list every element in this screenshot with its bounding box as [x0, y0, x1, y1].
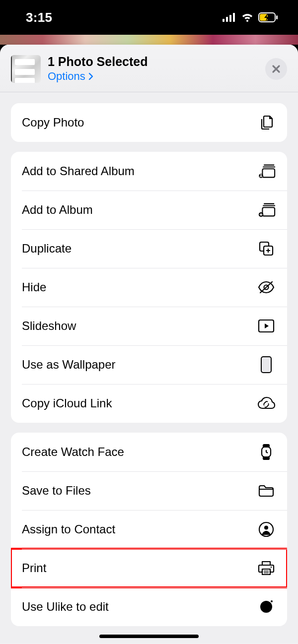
action-label: Hide — [22, 280, 46, 294]
watch-icon — [256, 444, 276, 460]
action-slideshow[interactable]: Slideshow — [11, 307, 287, 345]
action-add-shared-album[interactable]: Add to Shared Album — [11, 152, 287, 191]
svg-point-38 — [260, 601, 272, 613]
options-button[interactable]: Options — [48, 70, 93, 83]
photo-thumbnail[interactable] — [11, 55, 41, 83]
share-sheet: 1 Photo Selected Options Copy Photo — [0, 45, 298, 644]
cloud-link-icon — [256, 396, 276, 410]
svg-rect-6 — [276, 15, 278, 19]
action-label: Slideshow — [22, 319, 76, 333]
sheet-title: 1 Photo Selected — [48, 55, 265, 69]
close-icon — [272, 64, 281, 73]
add-album-icon — [256, 201, 276, 218]
photo-peek — [0, 35, 298, 45]
action-copy-icloud-link[interactable]: Copy iCloud Link — [11, 384, 287, 423]
contact-icon — [256, 521, 276, 537]
status-icons — [223, 12, 278, 22]
svg-point-39 — [271, 600, 273, 602]
action-label: Assign to Contact — [22, 522, 115, 536]
action-group: Add to Shared Album Add to Album — [11, 152, 287, 423]
action-use-ulike[interactable]: Use Ulike to edit — [11, 587, 287, 626]
svg-rect-0 — [223, 19, 224, 22]
svg-point-4 — [246, 20, 248, 22]
folder-icon — [256, 484, 276, 498]
sheet-header: 1 Photo Selected Options — [0, 45, 298, 92]
action-assign-contact[interactable]: Assign to Contact — [11, 510, 287, 549]
svg-point-12 — [260, 174, 262, 176]
action-label: Copy iCloud Link — [22, 396, 112, 410]
home-indicator[interactable] — [99, 635, 199, 638]
dot-icon — [256, 599, 276, 615]
action-label: Add to Album — [22, 203, 93, 217]
copy-icon — [256, 114, 276, 131]
svg-rect-26 — [261, 357, 271, 373]
action-use-wallpaper[interactable]: Use as Wallpaper — [11, 345, 287, 384]
action-duplicate[interactable]: Duplicate — [11, 229, 287, 268]
action-hide[interactable]: Hide — [11, 268, 287, 307]
action-group: Copy Photo — [11, 103, 287, 142]
svg-rect-1 — [226, 17, 228, 22]
options-label: Options — [48, 70, 85, 83]
action-label: Print — [22, 561, 46, 575]
action-label: Use as Wallpaper — [22, 358, 116, 372]
action-label: Save to Files — [22, 484, 91, 498]
action-label: Use Ulike to edit — [22, 600, 109, 614]
close-button[interactable] — [265, 58, 287, 80]
shared-album-icon — [256, 163, 276, 180]
play-icon — [256, 319, 276, 333]
action-add-album[interactable]: Add to Album — [11, 191, 287, 229]
action-label: Add to Shared Album — [22, 164, 135, 178]
svg-point-32 — [264, 526, 268, 530]
actions-scroll[interactable]: Copy Photo Add to Shared Album — [0, 92, 298, 643]
action-group: Create Watch Face Save to Files — [11, 433, 287, 626]
printer-icon — [256, 560, 276, 576]
cellular-icon — [223, 13, 236, 22]
hide-icon — [256, 280, 276, 294]
action-create-watch-face[interactable]: Create Watch Face — [11, 433, 287, 471]
action-label: Duplicate — [22, 242, 72, 256]
wifi-icon — [241, 12, 254, 22]
svg-point-37 — [271, 567, 272, 568]
phone-icon — [256, 356, 276, 374]
svg-rect-34 — [262, 569, 270, 575]
action-print[interactable]: Print — [11, 549, 287, 587]
action-label: Create Watch Face — [22, 445, 124, 459]
duplicate-icon — [256, 240, 276, 257]
battery-icon — [258, 12, 278, 22]
svg-rect-2 — [229, 15, 231, 22]
status-bar: 3:15 — [0, 0, 298, 35]
action-copy-photo[interactable]: Copy Photo — [11, 103, 287, 142]
chevron-right-icon — [88, 72, 93, 80]
svg-rect-3 — [233, 13, 235, 22]
action-label: Copy Photo — [22, 116, 84, 129]
status-time: 3:15 — [26, 10, 52, 25]
svg-rect-10 — [262, 169, 275, 177]
action-save-to-files[interactable]: Save to Files — [11, 471, 287, 510]
svg-rect-15 — [262, 207, 275, 216]
